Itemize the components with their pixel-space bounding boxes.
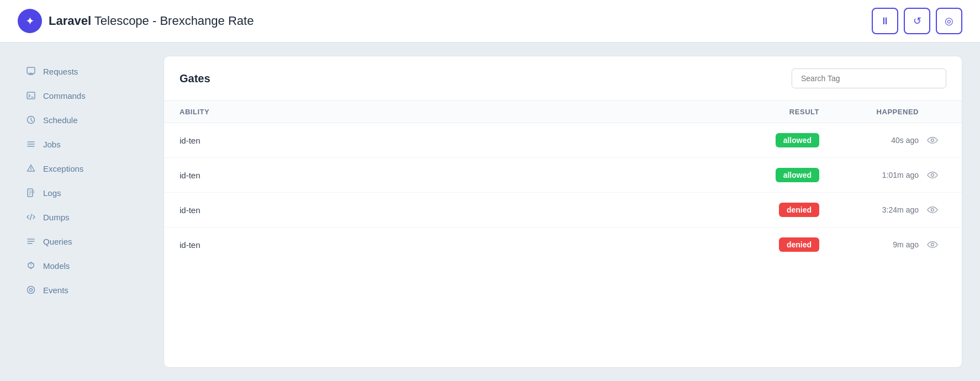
dumps-icon	[25, 211, 36, 223]
sidebar-item-label: Dumps	[43, 213, 70, 222]
view-icon[interactable]	[919, 206, 946, 214]
cell-result: denied	[731, 237, 819, 252]
commands-icon	[25, 90, 36, 101]
result-badge: allowed	[776, 168, 819, 182]
sidebar-item-label: Queries	[43, 237, 72, 246]
header-left: ✦ Laravel Telescope - Brexchange Rate	[18, 9, 254, 33]
refresh-button[interactable]: ↺	[904, 8, 930, 34]
requests-icon	[25, 66, 36, 77]
svg-rect-1	[27, 92, 35, 99]
cell-ability: id-ten	[180, 240, 731, 250]
sidebar-item-label: Commands	[43, 91, 86, 100]
sidebar-item-label: Models	[43, 261, 70, 271]
app-title: Laravel Telescope - Brexchange Rate	[49, 14, 254, 28]
sidebar-item-events[interactable]: Events	[18, 279, 150, 301]
result-badge: denied	[779, 203, 819, 217]
svg-point-9	[931, 209, 934, 211]
cell-result: denied	[731, 203, 819, 217]
table-row[interactable]: id-ten denied 9m ago	[164, 227, 962, 262]
table-row[interactable]: id-ten denied 3:24m ago	[164, 193, 962, 227]
view-icon[interactable]	[919, 171, 946, 179]
cell-result: allowed	[731, 133, 819, 147]
sidebar-item-jobs[interactable]: Jobs	[18, 133, 150, 155]
settings-button[interactable]: ◎	[936, 8, 962, 34]
header: ✦ Laravel Telescope - Brexchange Rate ⏸ …	[0, 0, 980, 43]
pause-button[interactable]: ⏸	[872, 8, 898, 34]
table-body: id-ten allowed 40s ago id-ten allowed 1:…	[164, 123, 962, 262]
cell-happened: 40s ago	[819, 136, 919, 145]
sidebar-item-dumps[interactable]: Dumps	[18, 206, 150, 228]
page-title: Gates	[180, 72, 210, 85]
sidebar: Requests Commands Schedule Jobs Exceptio…	[18, 56, 150, 368]
logo-icon: ✦	[18, 9, 42, 33]
events-icon	[25, 284, 36, 295]
svg-point-5	[28, 287, 35, 294]
header-actions: ⏸ ↺ ◎	[872, 8, 962, 34]
models-icon	[25, 260, 36, 271]
queries-icon	[25, 236, 36, 247]
sidebar-item-schedule[interactable]: Schedule	[18, 109, 150, 131]
cell-ability: id-ten	[180, 205, 731, 215]
sidebar-item-queries[interactable]: Queries	[18, 230, 150, 252]
cell-result: allowed	[731, 168, 819, 182]
svg-point-7	[931, 139, 934, 142]
sidebar-item-exceptions[interactable]: Exceptions	[18, 157, 150, 179]
cell-happened: 9m ago	[819, 240, 919, 249]
sidebar-item-commands[interactable]: Commands	[18, 84, 150, 107]
exceptions-icon	[25, 163, 36, 174]
sidebar-item-requests[interactable]: Requests	[18, 60, 150, 82]
cell-ability: id-ten	[180, 171, 731, 180]
svg-point-6	[30, 289, 33, 292]
cell-ability: id-ten	[180, 136, 731, 145]
schedule-icon	[25, 114, 36, 125]
view-icon[interactable]	[919, 136, 946, 144]
table-header: Ability Result Happened	[164, 101, 962, 123]
sidebar-item-label: Schedule	[43, 115, 78, 125]
content-header: Gates	[164, 56, 962, 101]
col-ability-header: Ability	[180, 108, 731, 116]
result-badge: allowed	[776, 133, 819, 147]
content-panel: Gates Ability Result Happened id-ten all…	[164, 56, 962, 368]
result-badge: denied	[779, 237, 819, 252]
sidebar-item-models[interactable]: Models	[18, 255, 150, 277]
col-happened-header: Happened	[819, 108, 919, 116]
view-icon[interactable]	[919, 241, 946, 248]
app-title-bold: Laravel	[49, 14, 91, 28]
table-row[interactable]: id-ten allowed 1:01m ago	[164, 158, 962, 193]
main-layout: Requests Commands Schedule Jobs Exceptio…	[0, 43, 980, 381]
sidebar-item-label: Jobs	[43, 140, 61, 149]
sidebar-item-label: Requests	[43, 67, 78, 76]
cell-happened: 3:24m ago	[819, 205, 919, 214]
app-title-rest: Telescope - Brexchange Rate	[91, 14, 254, 28]
sidebar-item-logs[interactable]: Logs	[18, 182, 150, 204]
sidebar-item-label: Exceptions	[43, 164, 83, 173]
search-tag-input[interactable]	[792, 68, 946, 88]
svg-point-8	[931, 174, 934, 177]
table-row[interactable]: id-ten allowed 40s ago	[164, 123, 962, 158]
svg-point-3	[30, 170, 31, 170]
col-action-header	[919, 108, 946, 116]
jobs-icon	[25, 139, 36, 150]
logs-icon	[25, 187, 36, 198]
svg-point-10	[931, 244, 934, 246]
sidebar-item-label: Events	[43, 285, 69, 295]
cell-happened: 1:01m ago	[819, 171, 919, 179]
sidebar-item-label: Logs	[43, 188, 61, 198]
col-result-header: Result	[731, 108, 819, 116]
